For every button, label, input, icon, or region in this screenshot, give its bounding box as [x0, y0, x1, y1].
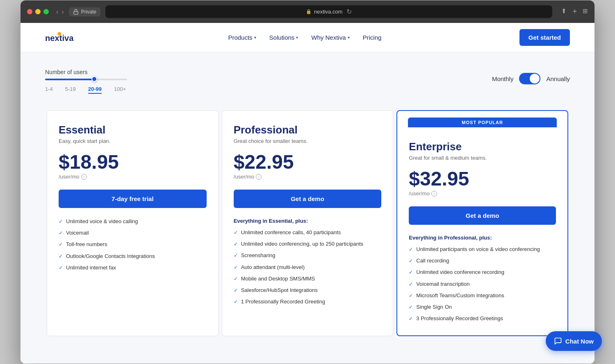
professional-info-icon[interactable]: i	[256, 174, 262, 180]
grid-icon[interactable]: ⊞	[583, 7, 588, 16]
list-item: ✓ Auto attendant (multi-level)	[234, 264, 382, 271]
nav-item-why-nextiva[interactable]: Why Nextiva ▾	[311, 34, 349, 41]
check-icon: ✓	[409, 246, 413, 253]
address-bar[interactable]: 🔒 nextiva.com ↻	[105, 5, 552, 18]
back-button[interactable]: ‹	[56, 8, 58, 16]
enterprise-plan-desc: Great for small & medium teams.	[409, 155, 556, 161]
why-nextiva-chevron: ▾	[348, 35, 350, 40]
svg-text:nextiva: nextiva	[45, 34, 74, 43]
list-item: ✓ Outlook/Google Contacts Integrations	[59, 253, 207, 260]
enterprise-plan-name-area: Enterprise Great for small & medium team…	[409, 134, 556, 322]
private-tab-icon	[73, 9, 79, 15]
check-icon: ✓	[234, 276, 238, 283]
chat-now-button[interactable]: Chat Now	[546, 331, 602, 351]
logo[interactable]: nextiva	[45, 30, 90, 45]
enterprise-plan-name: Enterprise	[409, 140, 556, 153]
essential-info-icon[interactable]: i	[81, 174, 87, 180]
list-item: ✓ Screensharing	[234, 252, 382, 259]
list-item: ✓ Unlimited participants on voice & vide…	[409, 246, 556, 253]
browser-actions: ⬆ + ⊞	[561, 7, 588, 16]
user-slider-container[interactable]	[45, 79, 127, 80]
check-icon: ✓	[409, 258, 413, 265]
check-icon: ✓	[234, 287, 238, 294]
list-item: ✓ Voicemail	[59, 229, 207, 237]
check-icon: ✓	[59, 253, 63, 260]
most-popular-badge: Most Popular	[408, 118, 557, 127]
enterprise-feature-list: ✓ Unlimited participants on voice & vide…	[409, 246, 556, 322]
pricing-label: Pricing	[363, 34, 382, 41]
traffic-lights	[27, 9, 49, 14]
nav-item-pricing[interactable]: Pricing	[363, 34, 382, 41]
nav-link-solutions[interactable]: Solutions ▾	[269, 34, 298, 41]
enterprise-cta-button[interactable]: Get a demo	[409, 206, 556, 225]
check-icon: ✓	[234, 298, 238, 305]
essential-cta-button[interactable]: 7-day free trial	[59, 190, 207, 208]
list-item: ✓ Unlimited voice & video calling	[59, 218, 207, 225]
list-item: ✓ Call recording	[409, 257, 556, 265]
enterprise-plan-price: $32.95	[409, 169, 556, 189]
check-icon: ✓	[59, 218, 63, 225]
essential-feature-list: ✓ Unlimited voice & video calling ✓ Voic…	[59, 218, 207, 271]
nav-links: Products ▾ Solutions ▾ Why Nextiva ▾	[228, 34, 381, 41]
list-item: ✓ Single Sign On	[409, 303, 556, 311]
list-item: ✓ Unlimited video conferencing, up to 25…	[234, 240, 382, 248]
solutions-label: Solutions	[269, 34, 295, 41]
check-icon: ✓	[59, 230, 63, 237]
professional-plan-desc: Great choice for smaller teams.	[234, 138, 382, 144]
lock-icon: 🔒	[306, 9, 312, 14]
share-icon[interactable]: ⬆	[561, 7, 567, 16]
essential-plan-period: /user/mo i	[59, 174, 207, 180]
list-item: ✓ Unlimited video conference recording	[409, 269, 556, 276]
user-count-area: Number of users 1-4 5-19 20-99 100+	[45, 69, 127, 94]
slider-thumb	[91, 76, 97, 82]
billing-toggle: Monthly Annually	[492, 73, 570, 84]
nav-item-products[interactable]: Products ▾	[228, 34, 256, 41]
user-tab-20-99[interactable]: 20-99	[88, 86, 102, 94]
check-icon: ✓	[59, 265, 63, 271]
user-tab-1-4[interactable]: 1-4	[45, 86, 53, 94]
essential-plan-name: Essential	[59, 124, 207, 136]
user-tab-100-plus[interactable]: 100+	[114, 86, 126, 94]
check-icon: ✓	[59, 241, 63, 248]
plan-card-essential: Essential Easy, quick start plan. $18.95…	[47, 110, 219, 336]
nav-link-pricing[interactable]: Pricing	[363, 34, 382, 41]
annually-label: Annually	[546, 75, 570, 82]
new-tab-icon[interactable]: +	[572, 7, 577, 16]
solutions-chevron: ▾	[296, 35, 298, 40]
professional-cta-button[interactable]: Get a demo	[234, 190, 382, 208]
slider-track	[45, 79, 127, 80]
svg-rect-0	[73, 11, 78, 14]
nav-item-solutions[interactable]: Solutions ▾	[269, 34, 298, 41]
plan-card-professional: Professional Great choice for smaller te…	[222, 110, 394, 336]
list-item: ✓ Mobile and Desktop SMS/MMS	[234, 275, 382, 283]
user-count-label: Number of users	[45, 69, 127, 75]
check-icon: ✓	[409, 292, 413, 299]
close-button[interactable]	[27, 9, 32, 14]
check-icon: ✓	[234, 229, 238, 236]
user-tabs: 1-4 5-19 20-99 100+	[45, 86, 127, 94]
forward-button[interactable]: ›	[61, 8, 64, 16]
refresh-icon[interactable]: ↻	[346, 8, 352, 16]
toggle-knob	[530, 74, 540, 84]
pricing-section: Number of users 1-4 5-19 20-99 100+	[20, 52, 594, 364]
monthly-label: Monthly	[492, 75, 514, 82]
user-tab-5-19[interactable]: 5-19	[65, 86, 76, 94]
list-item: ✓ Unlimited conference calls, 40 partici…	[234, 229, 382, 236]
get-started-button[interactable]: Get started	[519, 29, 570, 46]
chat-icon	[554, 337, 562, 345]
list-item: ✓ Voicemail transcription	[409, 280, 556, 288]
nav-link-why-nextiva[interactable]: Why Nextiva ▾	[311, 34, 349, 41]
billing-toggle-switch[interactable]	[519, 73, 540, 84]
nav-link-products[interactable]: Products ▾	[228, 34, 256, 41]
enterprise-info-icon[interactable]: i	[431, 191, 437, 197]
check-icon: ✓	[234, 241, 238, 248]
minimize-button[interactable]	[35, 9, 41, 14]
professional-features-header: Everything in Essential, plus:	[234, 218, 382, 224]
products-chevron: ▾	[254, 35, 256, 40]
page-content: nextiva Products ▾ Solutions ▾	[20, 23, 594, 364]
professional-plan-name: Professional	[234, 124, 382, 136]
user-selector: Number of users 1-4 5-19 20-99 100+	[45, 69, 570, 94]
maximize-button[interactable]	[43, 9, 49, 14]
browser-nav: ‹ ›	[56, 8, 64, 16]
essential-plan-price: $18.95	[59, 152, 207, 172]
